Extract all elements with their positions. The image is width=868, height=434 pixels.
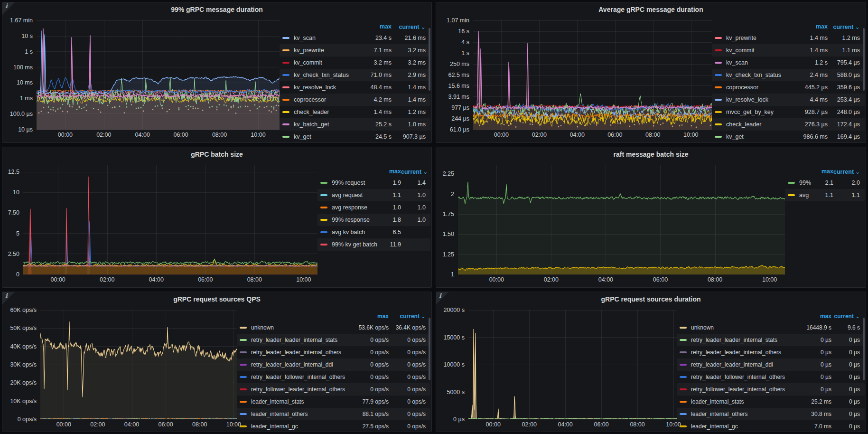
legend-series-label[interactable]: avg response [332, 204, 378, 211]
panel-info-icon[interactable]: i [2, 292, 15, 304]
series-color-swatch[interactable] [715, 62, 722, 64]
series-color-swatch[interactable] [240, 413, 247, 415]
legend-row[interactable]: leader_internal_stats25.2 ms0 µs [677, 396, 865, 408]
legend-series-label[interactable]: kv_resolve_lock [726, 96, 795, 103]
series-color-swatch[interactable] [320, 219, 327, 221]
panel-title[interactable]: gRPC request sources duration [436, 292, 866, 306]
legend-header-current[interactable]: current⌄ [828, 23, 860, 30]
legend-row[interactable]: unknown53.6K ops/s36.4K ops/s [237, 321, 430, 334]
legend-row[interactable]: kv_get24.5 s907.3 µs [280, 131, 430, 141]
legend-series-label[interactable]: retry_leader_leader_internal_others [251, 349, 351, 356]
legend-row[interactable]: kv_scan23.4 s21.6 ms [280, 32, 430, 44]
legend-scrollbar[interactable] [863, 28, 865, 91]
legend-series-label[interactable]: avg [799, 192, 812, 198]
panel-title[interactable]: gRPC request sources QPS [2, 292, 431, 306]
time-series-chart[interactable] [458, 165, 785, 274]
legend-series-label[interactable]: avg request [332, 192, 378, 198]
panel-title[interactable]: raft message batch size [436, 147, 866, 161]
legend-series-label[interactable]: avg kv batch [332, 229, 378, 236]
series-color-swatch[interactable] [320, 194, 327, 196]
legend-row[interactable]: retry_follower_leader_internal_others0 o… [237, 383, 430, 396]
series-color-swatch[interactable] [680, 364, 687, 366]
series-color-swatch[interactable] [715, 86, 722, 88]
legend-row[interactable]: kv_check_txn_status71.0 ms2.9 ms [280, 69, 430, 81]
legend-series-label[interactable]: coprocessor [726, 84, 795, 91]
series-color-swatch[interactable] [282, 123, 289, 125]
legend-series-label[interactable]: kv_get [726, 133, 795, 140]
legend-header-current[interactable]: current⌄ [401, 168, 426, 175]
legend-series-label[interactable]: retry_leader_follower_internal_others [691, 374, 793, 380]
legend-header-max[interactable]: max [793, 313, 831, 320]
legend-row[interactable]: 99%2.12.0 [785, 177, 865, 189]
legend-series-label[interactable]: leader_internal_gc [691, 423, 793, 430]
legend-row[interactable]: kv_prewrite7.1 ms3.2 ms [280, 44, 430, 57]
legend-series-label[interactable]: 99% response [332, 217, 378, 223]
legend-series-label[interactable]: leader_internal_others [691, 411, 793, 417]
series-color-swatch[interactable] [282, 136, 289, 138]
legend-header-current[interactable]: current⌄ [392, 23, 426, 30]
legend-row[interactable]: 99% kv get batch11.9 [317, 238, 430, 251]
series-color-swatch[interactable] [788, 182, 795, 184]
panel-title[interactable]: Average gRPC message duration [436, 2, 866, 17]
legend-row[interactable]: 99% response1.81.0 [317, 214, 430, 226]
series-color-swatch[interactable] [240, 401, 247, 403]
series-color-swatch[interactable] [282, 111, 289, 113]
legend-scrollbar[interactable] [863, 318, 865, 380]
legend-series-label[interactable]: kv_commit [294, 59, 357, 66]
legend-series-label[interactable]: kv_get [294, 133, 357, 140]
series-color-swatch[interactable] [680, 339, 687, 341]
legend-header-current[interactable]: current⌄ [831, 313, 860, 320]
legend-row[interactable]: kv_get986.6 ms169.4 µs [712, 131, 865, 141]
legend-header-max[interactable]: max [357, 23, 392, 30]
time-series-chart[interactable] [37, 20, 280, 130]
legend-row[interactable]: leader_internal_others88.1 ops/s0 ops/s [237, 408, 430, 420]
legend-row[interactable]: kv_prewrite1.4 ms1.2 ms [712, 32, 865, 44]
legend-row[interactable]: kv_check_txn_status2.4 ms588.0 µs [712, 69, 865, 81]
legend-series-label[interactable]: kv_prewrite [294, 47, 357, 54]
legend-row[interactable]: retry_leader_leader_internal_stats0 µs0 … [677, 334, 865, 346]
legend-series-label[interactable]: 99% kv get batch [332, 241, 378, 248]
legend-row[interactable]: retry_leader_follower_internal_others0 µ… [677, 371, 865, 383]
legend-series-label[interactable]: kv_check_txn_status [726, 72, 795, 78]
series-color-swatch[interactable] [680, 327, 687, 329]
legend-row[interactable]: kv_batch_get25.2 s1.0 ms [280, 118, 430, 131]
series-color-swatch[interactable] [240, 351, 247, 353]
series-color-swatch[interactable] [320, 244, 327, 245]
series-color-swatch[interactable] [240, 425, 247, 427]
series-color-swatch[interactable] [240, 327, 247, 329]
legend-series-label[interactable]: kv_check_txn_status [294, 72, 357, 78]
series-color-swatch[interactable] [715, 99, 722, 101]
legend-series-label[interactable]: leader_internal_gc [251, 423, 351, 430]
series-color-swatch[interactable] [715, 37, 722, 39]
legend-series-label[interactable]: retry_leader_follower_internal_others [251, 374, 351, 380]
legend-row[interactable]: retry_leader_follower_internal_others0 o… [237, 371, 430, 383]
legend-row[interactable]: leader_internal_gc27.5 ops/s0 ops/s [237, 420, 430, 430]
legend-series-label[interactable]: unknown [691, 324, 793, 331]
legend-row[interactable]: leader_internal_gc7.0 ms0 µs [677, 420, 865, 430]
legend-row[interactable]: leader_internal_others30.8 ms0 µs [677, 408, 865, 420]
series-color-swatch[interactable] [282, 37, 289, 39]
legend-row[interactable]: coprocessor445.2 µs359.6 µs [712, 81, 865, 94]
time-series-chart[interactable] [40, 310, 237, 419]
legend-row[interactable]: leader_internal_stats77.9 ops/s0 ops/s [237, 396, 430, 408]
legend-series-label[interactable]: kv_prewrite [726, 35, 795, 41]
series-color-swatch[interactable] [680, 425, 687, 427]
legend-series-label[interactable]: 99% request [332, 179, 378, 186]
time-series-chart[interactable] [468, 310, 677, 419]
series-color-swatch[interactable] [715, 49, 722, 51]
legend-series-label[interactable]: kv_batch_get [294, 121, 357, 128]
series-color-swatch[interactable] [320, 231, 327, 233]
legend-header-max[interactable]: max [378, 168, 401, 175]
legend-row[interactable]: kv_resolve_lock4.4 ms253.4 µs [712, 94, 865, 106]
legend-series-label[interactable]: kv_scan [726, 59, 795, 66]
legend-row[interactable]: kv_commit1.4 ms1.1 ms [712, 44, 865, 57]
legend-row[interactable]: check_leader276.3 µs172.4 µs [712, 118, 865, 131]
legend-row[interactable]: avg1.11.1 [785, 189, 865, 201]
legend-header-max[interactable]: max [351, 313, 389, 320]
legend-row[interactable]: mvcc_get_by_key928.7 µs248.0 µs [712, 106, 865, 118]
legend-series-label[interactable]: leader_internal_stats [251, 398, 351, 405]
legend-row[interactable]: 99% request1.91.4 [317, 177, 430, 189]
legend-series-label[interactable]: check_leader [726, 121, 795, 128]
series-color-swatch[interactable] [680, 401, 687, 403]
series-color-swatch[interactable] [240, 376, 247, 378]
